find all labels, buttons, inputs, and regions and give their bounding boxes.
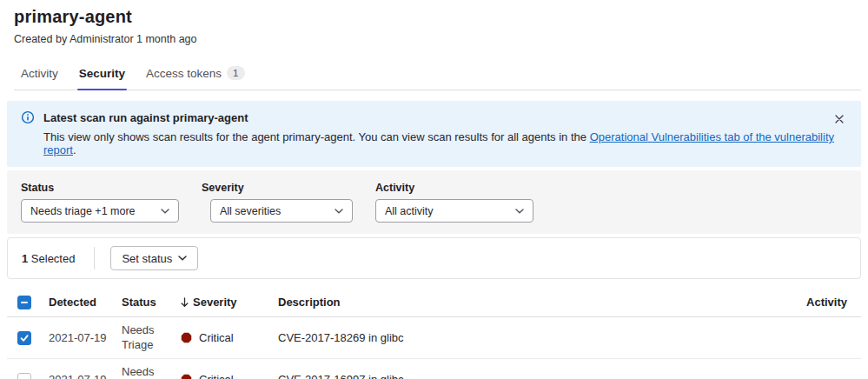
cell-description: CVE-2017-18269 in glibc (278, 331, 778, 344)
column-header-detected: Detected (49, 296, 122, 309)
severity-filter-dropdown[interactable]: All severities (210, 199, 353, 223)
page-subtitle: Created by Administrator 1 month ago (14, 33, 854, 45)
dropdown-value: All severities (220, 205, 281, 217)
access-tokens-count-badge: 1 (227, 66, 244, 80)
cell-severity: Critical (181, 331, 278, 344)
sort-descending-icon (181, 297, 189, 308)
tab-security[interactable]: Security (72, 60, 132, 90)
page-header: primary-agent Created by Administrator 1… (7, 5, 861, 45)
activity-filter-dropdown[interactable]: All activity (375, 199, 533, 223)
scan-info-alert: Latest scan run against primary-agent Th… (7, 101, 861, 167)
selection-toolbar: 1 Selected Set status (7, 237, 861, 279)
severity-critical-icon (181, 374, 192, 379)
table-row: 2021-07-19 Needs Triage Critical CVE-201… (7, 317, 861, 359)
table-row: 2021-07-19 Needs Triage Critical CVE-201… (7, 359, 861, 379)
alert-body: This view only shows scan results for th… (43, 130, 847, 156)
cell-status: Needs Triage (122, 365, 181, 379)
filter-label: Severity (202, 182, 353, 194)
row-checkbox[interactable] (17, 331, 31, 345)
column-header-severity[interactable]: Severity (181, 296, 278, 309)
tab-activity[interactable]: Activity (14, 60, 65, 90)
set-status-label: Set status (122, 252, 172, 265)
column-header-activity: Activity (778, 296, 847, 309)
dropdown-value: All activity (385, 205, 434, 217)
page-title: primary-agent (14, 7, 854, 27)
tab-label: Access tokens (146, 67, 222, 80)
tab-label: Security (79, 67, 125, 80)
column-header-severity-label: Severity (193, 296, 237, 309)
filter-panel: Status Needs triage +1 more Severity All… (7, 170, 861, 234)
severity-label: Critical (199, 331, 234, 344)
chevron-down-icon (335, 209, 343, 214)
chevron-down-icon (161, 209, 169, 214)
selected-count-text: 1 Selected (22, 252, 75, 265)
column-header-description: Description (278, 296, 778, 309)
dropdown-value: Needs triage +1 more (30, 205, 136, 217)
status-filter-dropdown[interactable]: Needs triage +1 more (21, 199, 179, 223)
filter-label: Status (21, 182, 179, 194)
table-header-row: Detected Status Severity Description Act… (7, 288, 861, 317)
cell-detected: 2021-07-19 (49, 373, 122, 379)
set-status-button[interactable]: Set status (110, 246, 198, 270)
alert-title: Latest scan run against primary-agent (43, 111, 248, 124)
chevron-down-icon (515, 209, 524, 214)
row-checkbox[interactable] (17, 373, 31, 379)
page: primary-agent Created by Administrator 1… (0, 0, 868, 379)
cell-description: CVE-2017-16997 in glibc (278, 373, 778, 379)
close-icon (834, 114, 845, 124)
selected-label: Selected (28, 252, 75, 265)
tab-label: Activity (21, 67, 58, 80)
vulnerability-table: Detected Status Severity Description Act… (7, 288, 861, 379)
cell-detected: 2021-07-19 (49, 331, 122, 344)
check-icon (20, 334, 29, 342)
divider (94, 247, 95, 269)
cell-status: Needs Triage (122, 323, 181, 352)
severity-label: Critical (199, 373, 234, 379)
filter-activity: Activity All activity (375, 182, 533, 223)
info-icon (21, 110, 35, 124)
tab-bar: Activity Security Access tokens 1 (14, 59, 861, 90)
cell-severity: Critical (181, 373, 278, 379)
filter-status: Status Needs triage +1 more (21, 182, 179, 223)
severity-critical-icon (181, 332, 192, 343)
filter-severity: Severity All severities (202, 182, 353, 223)
select-all-checkbox[interactable] (17, 296, 31, 309)
alert-body-suffix: . (73, 143, 76, 156)
alert-close-button[interactable] (830, 110, 849, 129)
filter-label: Activity (375, 182, 533, 194)
indeterminate-dash-icon (20, 298, 29, 307)
chevron-down-icon (178, 256, 187, 261)
table-body: 2021-07-19 Needs Triage Critical CVE-201… (7, 317, 861, 379)
tab-access-tokens[interactable]: Access tokens 1 (139, 59, 251, 90)
alert-body-text: This view only shows scan results for th… (43, 130, 590, 143)
column-header-status: Status (122, 296, 181, 309)
